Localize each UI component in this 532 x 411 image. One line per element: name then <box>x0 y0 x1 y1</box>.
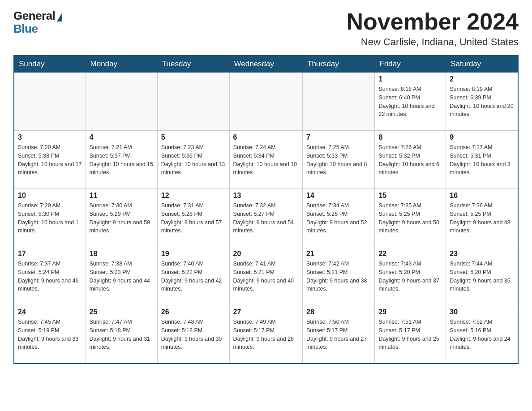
cell-info: Sunrise: 7:29 AMSunset: 5:30 PMDaylight:… <box>18 201 82 235</box>
calendar-cell: 12Sunrise: 7:31 AMSunset: 5:28 PMDayligh… <box>157 189 229 247</box>
day-number: 11 <box>90 192 154 200</box>
day-number: 12 <box>161 192 226 200</box>
main-title: November 2024 <box>347 9 519 34</box>
cell-info: Sunrise: 7:51 AMSunset: 5:17 PMDaylight:… <box>378 318 442 351</box>
cell-info: Sunrise: 7:21 AMSunset: 5:37 PMDaylight:… <box>90 143 154 177</box>
day-number: 18 <box>90 250 154 258</box>
calendar-cell <box>14 73 86 131</box>
day-number: 10 <box>18 192 82 200</box>
week-row-4: 17Sunrise: 7:37 AMSunset: 5:24 PMDayligh… <box>14 247 518 305</box>
cell-info: Sunrise: 7:44 AMSunset: 5:20 PMDaylight:… <box>450 260 514 293</box>
day-number: 23 <box>450 250 514 258</box>
calendar-cell: 9Sunrise: 7:27 AMSunset: 5:31 PMDaylight… <box>446 131 518 189</box>
week-row-2: 3Sunrise: 7:20 AMSunset: 5:38 PMDaylight… <box>14 131 518 189</box>
cell-info: Sunrise: 7:27 AMSunset: 5:31 PMDaylight:… <box>450 143 514 177</box>
day-number: 15 <box>378 192 442 200</box>
cell-info: Sunrise: 8:19 AMSunset: 6:39 PMDaylight:… <box>450 85 514 119</box>
calendar-cell: 1Sunrise: 8:18 AMSunset: 6:40 PMDaylight… <box>375 73 446 131</box>
day-number: 4 <box>90 133 154 141</box>
calendar-cell: 13Sunrise: 7:32 AMSunset: 5:27 PMDayligh… <box>229 189 302 247</box>
calendar-cell <box>229 73 302 131</box>
calendar-cell: 27Sunrise: 7:49 AMSunset: 5:17 PMDayligh… <box>229 305 302 364</box>
header-row: SundayMondayTuesdayWednesdayThursdayFrid… <box>14 56 518 73</box>
day-number: 19 <box>161 250 226 258</box>
cell-info: Sunrise: 7:41 AMSunset: 5:21 PMDaylight:… <box>233 260 299 293</box>
day-number: 2 <box>450 75 514 83</box>
calendar-cell: 19Sunrise: 7:40 AMSunset: 5:22 PMDayligh… <box>157 247 229 305</box>
calendar-cell: 15Sunrise: 7:35 AMSunset: 5:25 PMDayligh… <box>375 189 446 247</box>
header: General Blue November 2024 New Carlisle,… <box>13 9 519 48</box>
cell-info: Sunrise: 7:52 AMSunset: 5:16 PMDaylight:… <box>450 318 514 351</box>
day-number: 26 <box>161 308 226 316</box>
calendar-cell <box>303 73 375 131</box>
day-header-sunday: Sunday <box>14 56 86 73</box>
calendar-cell: 7Sunrise: 7:25 AMSunset: 5:33 PMDaylight… <box>303 131 375 189</box>
cell-info: Sunrise: 7:24 AMSunset: 5:34 PMDaylight:… <box>233 143 299 177</box>
calendar-table: SundayMondayTuesdayWednesdayThursdayFrid… <box>13 55 519 364</box>
calendar-cell: 8Sunrise: 7:26 AMSunset: 5:32 PMDaylight… <box>375 131 446 189</box>
calendar-cell: 22Sunrise: 7:43 AMSunset: 5:20 PMDayligh… <box>375 247 446 305</box>
day-header-wednesday: Wednesday <box>229 56 302 73</box>
week-row-1: 1Sunrise: 8:18 AMSunset: 6:40 PMDaylight… <box>14 73 518 131</box>
calendar-cell: 5Sunrise: 7:23 AMSunset: 5:36 PMDaylight… <box>157 131 229 189</box>
day-number: 25 <box>90 308 154 316</box>
week-row-5: 24Sunrise: 7:45 AMSunset: 5:19 PMDayligh… <box>14 305 518 364</box>
calendar-cell: 24Sunrise: 7:45 AMSunset: 5:19 PMDayligh… <box>14 305 86 364</box>
day-number: 9 <box>450 133 514 141</box>
cell-info: Sunrise: 7:23 AMSunset: 5:36 PMDaylight:… <box>161 143 226 177</box>
logo-triangle-icon <box>57 13 62 21</box>
calendar-cell: 16Sunrise: 7:36 AMSunset: 5:25 PMDayligh… <box>446 189 518 247</box>
cell-info: Sunrise: 7:26 AMSunset: 5:32 PMDaylight:… <box>378 143 442 177</box>
calendar-cell: 6Sunrise: 7:24 AMSunset: 5:34 PMDaylight… <box>229 131 302 189</box>
calendar-cell: 17Sunrise: 7:37 AMSunset: 5:24 PMDayligh… <box>14 247 86 305</box>
day-number: 7 <box>306 133 371 141</box>
cell-info: Sunrise: 7:37 AMSunset: 5:24 PMDaylight:… <box>18 260 82 293</box>
calendar-cell: 25Sunrise: 7:47 AMSunset: 5:18 PMDayligh… <box>86 305 157 364</box>
cell-info: Sunrise: 7:38 AMSunset: 5:23 PMDaylight:… <box>90 260 154 293</box>
day-number: 28 <box>306 308 371 316</box>
day-header-saturday: Saturday <box>446 56 518 73</box>
title-area: November 2024 New Carlisle, Indiana, Uni… <box>347 9 519 48</box>
day-number: 21 <box>306 250 371 258</box>
day-number: 6 <box>233 133 299 141</box>
day-number: 8 <box>378 133 442 141</box>
day-header-friday: Friday <box>375 56 446 73</box>
day-number: 29 <box>378 308 442 316</box>
day-header-monday: Monday <box>86 56 157 73</box>
calendar-cell: 30Sunrise: 7:52 AMSunset: 5:16 PMDayligh… <box>446 305 518 364</box>
logo-general-text: General <box>13 9 55 23</box>
subtitle: New Carlisle, Indiana, United States <box>347 36 519 48</box>
cell-info: Sunrise: 7:34 AMSunset: 5:26 PMDaylight:… <box>306 201 371 235</box>
cell-info: Sunrise: 7:45 AMSunset: 5:19 PMDaylight:… <box>18 318 82 351</box>
day-number: 27 <box>233 308 299 316</box>
calendar-cell <box>157 73 229 131</box>
calendar-cell: 23Sunrise: 7:44 AMSunset: 5:20 PMDayligh… <box>446 247 518 305</box>
cell-info: Sunrise: 7:50 AMSunset: 5:17 PMDaylight:… <box>306 318 371 351</box>
day-number: 1 <box>378 75 442 83</box>
cell-info: Sunrise: 7:20 AMSunset: 5:38 PMDaylight:… <box>18 143 82 177</box>
calendar-cell: 18Sunrise: 7:38 AMSunset: 5:23 PMDayligh… <box>86 247 157 305</box>
cell-info: Sunrise: 7:36 AMSunset: 5:25 PMDaylight:… <box>450 201 514 235</box>
calendar-cell: 26Sunrise: 7:48 AMSunset: 5:18 PMDayligh… <box>157 305 229 364</box>
calendar-cell: 14Sunrise: 7:34 AMSunset: 5:26 PMDayligh… <box>303 189 375 247</box>
cell-info: Sunrise: 7:30 AMSunset: 5:29 PMDaylight:… <box>90 201 154 235</box>
calendar-cell: 21Sunrise: 7:42 AMSunset: 5:21 PMDayligh… <box>303 247 375 305</box>
cell-info: Sunrise: 7:40 AMSunset: 5:22 PMDaylight:… <box>161 260 226 293</box>
cell-info: Sunrise: 7:49 AMSunset: 5:17 PMDaylight:… <box>233 318 299 351</box>
calendar-cell: 29Sunrise: 7:51 AMSunset: 5:17 PMDayligh… <box>375 305 446 364</box>
day-number: 24 <box>18 308 82 316</box>
day-number: 22 <box>378 250 442 258</box>
logo: General Blue <box>13 9 62 36</box>
cell-info: Sunrise: 7:43 AMSunset: 5:20 PMDaylight:… <box>378 260 442 293</box>
cell-info: Sunrise: 7:47 AMSunset: 5:18 PMDaylight:… <box>90 318 154 351</box>
day-header-tuesday: Tuesday <box>157 56 229 73</box>
calendar-cell: 2Sunrise: 8:19 AMSunset: 6:39 PMDaylight… <box>446 73 518 131</box>
day-number: 3 <box>18 133 82 141</box>
cell-info: Sunrise: 7:48 AMSunset: 5:18 PMDaylight:… <box>161 318 226 351</box>
day-header-thursday: Thursday <box>303 56 375 73</box>
day-number: 14 <box>306 192 371 200</box>
day-number: 17 <box>18 250 82 258</box>
cell-info: Sunrise: 8:18 AMSunset: 6:40 PMDaylight:… <box>378 85 442 119</box>
week-row-3: 10Sunrise: 7:29 AMSunset: 5:30 PMDayligh… <box>14 189 518 247</box>
calendar-cell: 11Sunrise: 7:30 AMSunset: 5:29 PMDayligh… <box>86 189 157 247</box>
